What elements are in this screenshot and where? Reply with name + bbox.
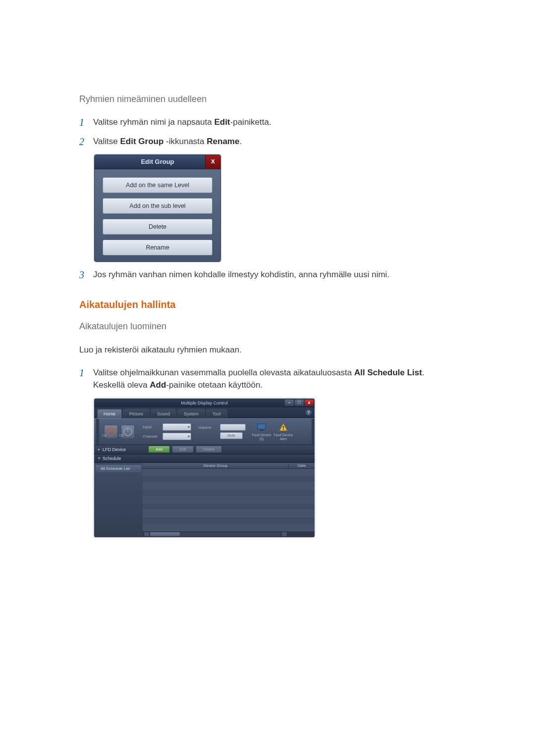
schedule-row[interactable]: ▾ Schedule: [94, 454, 315, 463]
table-row: [143, 483, 315, 490]
power-on-label: On: [102, 434, 107, 437]
heading-renaming: Ryhmien nimeäminen uudelleen: [79, 94, 456, 104]
text: Valitse ohjelmaikkunan vasemmalla puolel…: [93, 368, 354, 377]
heading-schedules-sub: Aikataulujen luominen: [79, 321, 456, 332]
step-text: Valitse ohjelmaikkunan vasemmalla puolel…: [93, 367, 456, 391]
scrollbar-corner: [287, 531, 313, 537]
edit-button[interactable]: Edit: [172, 446, 194, 453]
text: -painiketta.: [230, 117, 271, 127]
text: -ikkunasta: [163, 137, 207, 146]
close-icon[interactable]: x: [305, 400, 314, 406]
table-row: [143, 517, 315, 524]
delete-schedule-button[interactable]: Delete: [196, 446, 222, 453]
scroll-thumb[interactable]: [150, 532, 180, 536]
rename-steps-list: 1 Valitse ryhmän nimi ja napsauta Edit-p…: [79, 116, 456, 148]
col-date: Date: [288, 463, 315, 468]
column-headers: Device Group Date: [143, 463, 315, 469]
sidebar-item-all-schedule[interactable]: All Schedule List: [96, 465, 141, 472]
table-row: [143, 469, 315, 476]
step-text: Valitse ryhmän nimi ja napsauta Edit-pai…: [93, 116, 271, 129]
ribbon-handle: [96, 419, 99, 445]
power-icon: [123, 427, 132, 436]
scroll-right-icon[interactable]: [282, 532, 287, 536]
chevron-down-icon: ▾: [188, 425, 190, 429]
close-icon[interactable]: x: [205, 155, 220, 169]
help-icon[interactable]: ?: [306, 409, 312, 415]
bold: Add: [150, 380, 166, 390]
chevron-down-icon: ▾: [97, 456, 101, 460]
add-same-level-button[interactable]: Add on the same Level: [103, 177, 213, 193]
mute-button[interactable]: Mute: [220, 432, 243, 439]
add-button[interactable]: Add: [148, 446, 170, 453]
tab-system[interactable]: System: [177, 409, 205, 418]
input-select[interactable]: ▾: [162, 423, 191, 431]
dialog-title: Edit Group x: [95, 155, 220, 169]
table-row: [143, 476, 315, 483]
schedule-label: Schedule: [103, 456, 148, 461]
monitor-icon[interactable]: [257, 422, 267, 432]
window-title: Multiple Display Control: [181, 401, 228, 405]
table-body: [143, 469, 315, 531]
volume-slider[interactable]: [220, 424, 246, 431]
tab-tool[interactable]: Tool: [206, 409, 227, 418]
minimize-icon[interactable]: –: [285, 400, 294, 406]
rename-steps-list-2: 3 Jos ryhmän vanhan nimen kohdalle ilmes…: [79, 269, 456, 281]
svg-rect-1: [260, 430, 263, 431]
tab-sound[interactable]: Sound: [151, 409, 176, 418]
ribbon-handle: [312, 419, 315, 445]
channel-select[interactable]: ▾: [162, 433, 191, 440]
add-sub-level-button[interactable]: Add on the sub level: [103, 198, 213, 214]
text: -painike otetaan käyttöön.: [166, 380, 263, 390]
window-controls: – □ x: [285, 400, 314, 406]
power-icon: [107, 427, 115, 436]
channel-label: Channel: [143, 434, 162, 439]
fault-device-label: Fault Device (0): [251, 433, 272, 441]
delete-button[interactable]: Delete: [103, 219, 213, 235]
alert-icon[interactable]: [278, 422, 288, 432]
step-text: Valitse Edit Group -ikkunasta Rename.: [93, 136, 242, 148]
svg-rect-0: [258, 424, 266, 429]
sidebar: All Schedule List: [94, 463, 143, 537]
rename-button[interactable]: Rename: [103, 240, 213, 255]
lfd-device-label: LFD Device: [103, 447, 148, 452]
svg-rect-3: [283, 429, 284, 430]
maximize-icon[interactable]: □: [295, 400, 304, 406]
dialog-body: Add on the same Level Add on the sub lev…: [95, 169, 220, 261]
volume-label: Volume: [198, 425, 218, 430]
table-row: [143, 497, 315, 504]
step-text: Jos ryhmän vanhan nimen kohdalle ilmesty…: [93, 269, 389, 281]
text: Valitse ryhmän nimi ja napsauta: [93, 117, 214, 127]
main-area: All Schedule List Device Group Date: [94, 463, 315, 537]
table-row: [143, 490, 315, 497]
text: Valitse: [93, 137, 120, 146]
fault-alert-label: Fault Device Alert: [272, 433, 294, 441]
mdc-window: Multiple Display Control – □ x Home Pict…: [94, 399, 315, 537]
edit-group-dialog: Edit Group x Add on the same Level Add o…: [94, 154, 221, 262]
bold: Rename: [207, 137, 239, 146]
table-row: [143, 510, 315, 517]
text: .: [239, 137, 242, 146]
heading-schedules: Aikataulujen hallinta: [79, 299, 456, 310]
power-off-label: Off: [119, 434, 123, 437]
step-number: 1: [79, 367, 93, 379]
chevron-down-icon: ▾: [188, 434, 190, 439]
bold: Edit Group: [120, 137, 164, 146]
svg-rect-2: [283, 426, 284, 428]
chevron-right-icon: ▸: [97, 447, 101, 452]
tab-picture[interactable]: Picture: [123, 409, 150, 418]
table-row: [143, 504, 315, 510]
scroll-track[interactable]: [150, 532, 281, 536]
schedules-intro: Luo ja rekisteröi aikataulu ryhmien muka…: [79, 344, 456, 356]
dialog-title-text: Edit Group: [141, 158, 174, 165]
table-row: [143, 524, 315, 531]
input-label: Input: [143, 425, 162, 429]
lfd-device-row[interactable]: ▸ LFD Device Add Edit Delete: [94, 445, 315, 454]
scroll-left-icon[interactable]: [144, 532, 149, 536]
step-number: 1: [79, 116, 93, 128]
step-number: 3: [79, 269, 93, 281]
tab-home[interactable]: Home: [97, 409, 122, 418]
content-area: Device Group Date: [143, 463, 315, 537]
bold: Edit: [214, 117, 230, 127]
window-titlebar: Multiple Display Control – □ x: [94, 399, 315, 407]
horizontal-scrollbar[interactable]: [143, 531, 315, 537]
